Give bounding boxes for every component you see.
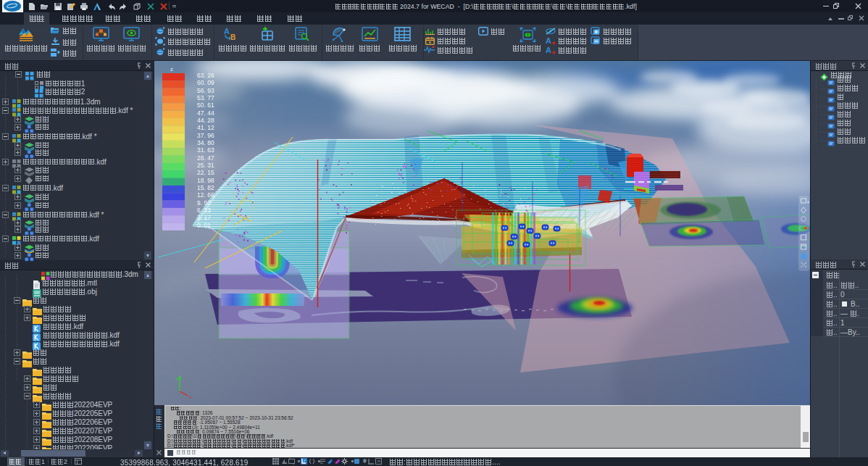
svg-text:12. 66: 12. 66 [197,191,214,199]
svg-text:18. 98: 18. 98 [197,177,214,184]
svg-text:0. 01: 0. 01 [197,222,211,229]
svg-text:56. 93: 56. 93 [197,87,214,94]
svg-text:34. 80: 34. 80 [197,139,214,146]
svg-text:25. 31: 25. 31 [197,162,214,169]
svg-text:22. 15: 22. 15 [197,169,214,176]
svg-text:3. 17: 3. 17 [197,214,211,221]
svg-text:A: A [224,27,230,36]
svg-text:z: z [170,66,173,72]
svg-text:50. 61: 50. 61 [197,101,214,109]
svg-text:37. 96: 37. 96 [197,132,214,139]
svg-text:31. 63: 31. 63 [197,146,214,154]
svg-text:x: x [189,395,191,399]
svg-text:6. 33: 6. 33 [197,207,211,214]
svg-text:B: B [230,33,235,41]
svg-text:60. 09: 60. 09 [197,79,214,86]
svg-text:53. 77: 53. 77 [197,94,214,101]
svg-text:44. 28: 44. 28 [197,117,214,124]
svg-text:A: A [546,36,551,45]
svg-text:47. 44: 47. 44 [197,109,214,117]
svg-text:A: A [546,46,551,54]
svg-text:41. 12: 41. 12 [197,124,214,131]
svg-text:63. 26: 63. 26 [197,72,214,79]
svg-text:9. 50: 9. 50 [197,199,211,207]
svg-text:15. 82: 15. 82 [197,184,214,191]
svg-text:28. 47: 28. 47 [197,154,214,162]
